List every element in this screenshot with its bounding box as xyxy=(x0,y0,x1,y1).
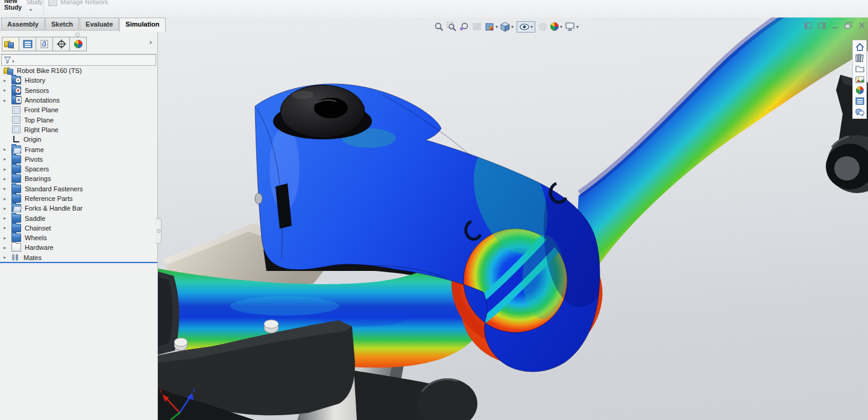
tree-item[interactable]: ▸ Mates xyxy=(0,253,157,262)
view-orientation-button[interactable]: ▾ xyxy=(500,22,514,32)
tree-item[interactable]: ▸ Forks & Handle Bar xyxy=(0,203,157,213)
tab-dimxpertmanager[interactable] xyxy=(52,37,70,51)
collapse-pane-right-icon[interactable] xyxy=(818,22,826,29)
tree-item[interactable]: ▸ Frame xyxy=(0,144,157,154)
tab-displaymanager[interactable] xyxy=(69,37,87,51)
previous-view-button[interactable] xyxy=(459,22,470,32)
expand-arrow-icon[interactable]: ▸ xyxy=(4,186,11,191)
edit-appearance-button[interactable]: ▾ xyxy=(550,22,562,31)
expand-arrow-icon[interactable]: ▸ xyxy=(4,196,11,202)
expand-arrow-icon[interactable]: ▸ xyxy=(4,225,11,231)
close-icon[interactable] xyxy=(858,22,866,29)
tree-item[interactable]: ▸ Annotations xyxy=(0,95,157,105)
solidworks-window: New Study Study ▾ Manage Network Assembl… xyxy=(0,0,868,420)
view-palette-tab[interactable] xyxy=(854,74,865,84)
tree-item[interactable]: ▸ Top Plane xyxy=(0,115,157,124)
command-tab[interactable]: Simulation xyxy=(119,18,165,32)
clamp-bolt xyxy=(174,338,187,351)
tree-item-icon xyxy=(11,243,21,252)
command-tab[interactable]: Assembly xyxy=(1,18,45,30)
expand-arrow-icon[interactable]: ▸ xyxy=(4,147,11,152)
zoom-to-area-button[interactable] xyxy=(447,22,457,32)
file-explorer-tab[interactable] xyxy=(854,63,865,74)
triad-x-label: x xyxy=(159,388,162,394)
tree-item[interactable]: ▸ Standard Fasteners xyxy=(0,184,157,194)
expand-arrow-icon[interactable]: ▸ xyxy=(4,235,11,241)
graphics-area[interactable]: x z xyxy=(158,18,868,420)
document-window-controls xyxy=(804,22,866,29)
expand-arrow-icon[interactable]: ▸ xyxy=(4,167,11,172)
tab-configurationmanager[interactable] xyxy=(36,37,53,51)
command-tab[interactable]: Evaluate xyxy=(80,18,119,30)
tree-item[interactable]: ▸ History xyxy=(0,75,157,85)
tree-split-bar[interactable] xyxy=(0,262,157,263)
tree-item-icon xyxy=(11,136,20,143)
dropdown-caret[interactable]: ▾ xyxy=(576,24,579,30)
dropdown-caret[interactable]: ▾ xyxy=(560,24,562,30)
expand-arrow-icon[interactable]: ▸ xyxy=(4,245,11,250)
filter-caret[interactable]: ▾ xyxy=(12,59,14,64)
tree-item[interactable]: ▸ Spacers xyxy=(0,164,157,174)
command-tab[interactable]: Sketch xyxy=(45,18,79,30)
displaymanager-icon xyxy=(74,39,83,49)
tree-item[interactable]: ▸ Saddle xyxy=(0,213,157,223)
tab-propertymanager[interactable] xyxy=(19,37,36,51)
manage-network-button-disabled: Manage Network xyxy=(48,0,108,6)
tree-item[interactable]: ▸ Chainset xyxy=(0,223,157,233)
solidworks-resources-tab[interactable] xyxy=(854,42,865,52)
tab-featuremanager[interactable] xyxy=(2,37,19,51)
filter-funnel-icon xyxy=(4,56,11,64)
tree-item[interactable]: ▸ Front Plane xyxy=(0,105,157,115)
home-icon xyxy=(855,43,864,51)
feature-tree: ▸ Robot Bike R160 (TS) ▸ History ▸ Senso… xyxy=(0,66,157,262)
tree-item[interactable]: ▸ Right Plane xyxy=(0,125,157,135)
propertymanager-icon xyxy=(23,40,33,48)
expand-arrow-icon[interactable]: ▸ xyxy=(4,156,11,162)
tree-item[interactable]: ▸ Sensors xyxy=(0,86,157,95)
tree-filter[interactable]: ▾ xyxy=(1,54,156,66)
tree-item-icon xyxy=(12,106,20,114)
expand-arrow-icon[interactable]: ▸ xyxy=(4,255,11,260)
collapse-pane-left-icon[interactable] xyxy=(804,22,812,29)
tree-item[interactable]: ▸ Wheels xyxy=(0,233,157,243)
handlebar-right[interactable] xyxy=(573,18,868,302)
expand-arrow-icon[interactable]: ▸ xyxy=(4,88,11,93)
commandmanager-pin[interactable] xyxy=(75,33,80,37)
tree-item-icon xyxy=(11,76,21,84)
zoom-to-fit-button[interactable] xyxy=(434,22,444,32)
tree-item[interactable]: ▸ Robot Bike R160 (TS) xyxy=(0,66,157,75)
tree-item[interactable]: ▸ Hardware xyxy=(0,243,157,252)
tree-item-icon xyxy=(4,67,13,75)
tree-item-icon xyxy=(11,214,21,223)
design-library-tab[interactable] xyxy=(854,52,865,63)
view-settings-button[interactable]: ▾ xyxy=(565,22,579,31)
apply-scene-button[interactable]: ▾ xyxy=(485,22,498,32)
expand-arrow-icon[interactable]: ▸ xyxy=(4,215,11,221)
feature-manager-panel: › ▾ ▸ Robot Bike R160 (TS) ▸ History ▸ xyxy=(0,31,158,420)
tree-item[interactable]: ▸ Reference Parts xyxy=(0,194,157,203)
restore-icon[interactable] xyxy=(844,22,852,29)
panel-splitter-handle[interactable] xyxy=(156,218,162,244)
expand-arrow-icon[interactable]: ▸ xyxy=(4,98,11,103)
expand-arrow-icon[interactable]: ▸ xyxy=(4,78,11,83)
new-study-button[interactable]: New Study xyxy=(4,0,28,11)
tree-item[interactable]: ▸ Bearings xyxy=(0,174,157,183)
folder-icon xyxy=(855,65,864,72)
apply-scene-icon xyxy=(485,22,495,32)
simulation-model[interactable]: x z xyxy=(158,18,868,420)
tree-item[interactable]: ▸ Pivots xyxy=(0,154,157,164)
new-study-dropdown-caret[interactable]: ▾ xyxy=(30,7,32,13)
expand-panel-chevron[interactable]: › xyxy=(149,39,152,46)
tree-item[interactable]: ▸ Origin xyxy=(0,135,157,144)
dropdown-caret[interactable]: ▾ xyxy=(495,24,498,30)
dropdown-caret[interactable]: ▾ xyxy=(530,24,533,30)
tree-item-icon xyxy=(11,194,21,203)
hide-show-items-button-pressed[interactable]: ▾ xyxy=(517,21,535,33)
expand-arrow-icon[interactable]: ▸ xyxy=(4,206,11,211)
dropdown-caret[interactable]: ▾ xyxy=(511,24,514,30)
appearances-scenes-tab[interactable] xyxy=(854,85,865,95)
solidworks-forum-tab[interactable] xyxy=(854,107,865,117)
custom-properties-tab[interactable] xyxy=(854,96,865,106)
minimize-icon[interactable] xyxy=(832,22,838,29)
expand-arrow-icon[interactable]: ▸ xyxy=(4,176,11,182)
